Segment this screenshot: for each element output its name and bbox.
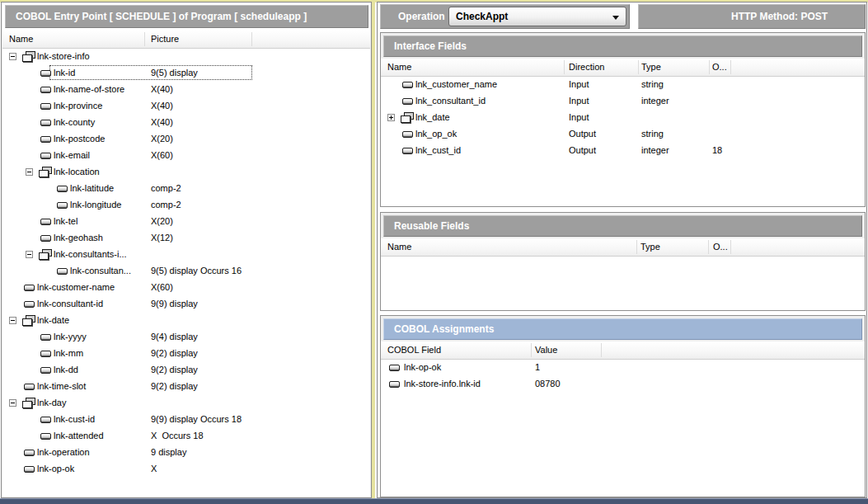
- table-row[interactable]: lnk-name-of-storeX(40): [2, 82, 370, 98]
- field-icon: [40, 87, 51, 93]
- field-name: lnk-location: [54, 167, 100, 177]
- column-divider[interactable]: [708, 240, 709, 254]
- column-divider[interactable]: [564, 60, 565, 74]
- collapse-minus-icon[interactable]: [9, 317, 16, 324]
- field-icon: [40, 219, 51, 225]
- field-icon: [40, 417, 51, 423]
- table-row[interactable]: lnk-date: [2, 313, 370, 329]
- field-icon: [40, 235, 51, 242]
- table-row[interactable]: lnk-consultant-id9(9) display: [2, 296, 370, 313]
- table-row[interactable]: lnk_customer_nameInputstring: [381, 77, 865, 93]
- group-field-icon: [39, 167, 52, 177]
- column-header-picture: Picture: [151, 34, 179, 44]
- field-picture: X: [151, 464, 157, 473]
- column-divider[interactable]: [636, 240, 637, 254]
- left-column-header-row: Name Picture: [2, 31, 370, 49]
- cobol-entry-point-panel: COBOL Entry Point [ SCHEDULE ] of Progra…: [1, 2, 372, 498]
- panel-divider: [372, 0, 375, 498]
- table-row[interactable]: lnk-mm9(2) display: [2, 346, 370, 362]
- field-picture: 9(4) display: [151, 332, 198, 341]
- table-row[interactable]: lnk-countyX(40): [2, 115, 370, 131]
- table-row[interactable]: lnk-op-ok1: [381, 360, 865, 376]
- table-row[interactable]: lnk-customer-nameX(60): [2, 280, 370, 296]
- interface-fields-title: Interface Fields: [383, 35, 862, 57]
- table-row[interactable]: lnk_dateInput: [381, 110, 865, 126]
- field-direction: Input: [569, 96, 589, 106]
- field-icon: [389, 365, 400, 371]
- field-picture: 9(9) display: [151, 299, 198, 309]
- operation-selected-value: CheckAppt: [456, 11, 508, 22]
- table-row[interactable]: lnk-postcodeX(20): [2, 131, 370, 148]
- table-row[interactable]: lnk-longitudecomp-2: [2, 197, 370, 214]
- group-field-icon: [401, 112, 414, 123]
- table-row[interactable]: lnk_op_okOutputstring: [381, 126, 865, 143]
- column-header-type: Type: [641, 62, 661, 72]
- table-row[interactable]: lnk-operation9 display: [2, 445, 370, 461]
- table-row[interactable]: lnk-consultants-i...: [2, 247, 370, 263]
- table-row[interactable]: lnk-provinceX(40): [2, 98, 370, 115]
- table-row[interactable]: lnk-time-slot9(2) display: [2, 379, 370, 395]
- cobol-assignments-section: COBOL Assignments COBOL Field Value lnk-…: [380, 315, 866, 497]
- field-name: lnk-consultants-i...: [54, 249, 127, 259]
- column-divider[interactable]: [531, 343, 532, 357]
- operation-select[interactable]: CheckAppt: [448, 7, 626, 26]
- field-icon: [40, 120, 51, 126]
- column-divider[interactable]: [251, 32, 252, 46]
- table-row[interactable]: lnk-telX(20): [2, 214, 370, 230]
- table-row[interactable]: lnk-emailX(60): [2, 148, 370, 164]
- table-row[interactable]: lnk-location: [2, 164, 370, 181]
- field-picture: X(40): [151, 101, 173, 111]
- field-name: lnk-mm: [54, 348, 83, 358]
- field-name: lnk-longitude: [70, 200, 121, 210]
- field-name: lnk-name-of-store: [54, 84, 124, 94]
- table-row[interactable]: lnk-day: [2, 395, 370, 412]
- field-picture: 9(2) display: [151, 365, 198, 374]
- column-divider[interactable]: [730, 240, 731, 254]
- column-divider[interactable]: [601, 343, 602, 357]
- cobol-entry-point-title: COBOL Entry Point [ SCHEDULE ] of Progra…: [5, 5, 368, 28]
- table-row[interactable]: lnk-dd9(2) display: [2, 362, 370, 379]
- field-picture: X(60): [151, 150, 173, 160]
- table-row[interactable]: lnk-op-okX: [2, 461, 370, 478]
- field-direction: Input: [569, 79, 589, 89]
- collapse-minus-icon[interactable]: [26, 251, 33, 258]
- field-name: lnk-postcode: [54, 134, 105, 144]
- column-header-name: Name: [9, 34, 33, 44]
- collapse-minus-icon[interactable]: [9, 53, 16, 60]
- cobol-assignments-body: lnk-op-ok1lnk-store-info.lnk-id08780: [381, 360, 865, 393]
- collapse-minus-icon[interactable]: [9, 399, 16, 407]
- field-icon: [57, 186, 68, 192]
- field-occurs: 18: [712, 145, 722, 155]
- field-picture: 9(9) display Occurs 18: [151, 414, 242, 424]
- table-row[interactable]: lnk-store-info.lnk-id08780: [381, 376, 865, 393]
- column-divider[interactable]: [144, 32, 145, 46]
- field-name: lnk-date: [37, 315, 69, 325]
- table-row[interactable]: lnk_cust_idOutputinteger18: [381, 143, 865, 159]
- reusable-fields-header-row: Name Type O...: [381, 238, 865, 257]
- column-header-cobol-field: COBOL Field: [387, 345, 441, 355]
- field-picture: 9(5) display: [151, 68, 198, 78]
- table-row[interactable]: lnk-geohashX(12): [2, 230, 370, 247]
- table-row[interactable]: lnk-id9(5) display: [2, 65, 370, 82]
- collapse-minus-icon[interactable]: [26, 168, 33, 176]
- table-row[interactable]: lnk_consultant_idInputinteger: [381, 93, 865, 110]
- field-picture: comp-2: [151, 183, 181, 193]
- table-row[interactable]: lnk-attendedX Occurs 18: [2, 428, 370, 445]
- expand-plus-icon[interactable]: [387, 114, 395, 121]
- field-picture: X(20): [151, 216, 173, 226]
- column-header-occurs: O...: [713, 242, 728, 252]
- table-row[interactable]: lnk-yyyy9(4) display: [2, 329, 370, 346]
- column-divider[interactable]: [730, 60, 731, 74]
- field-name: lnk_customer_name: [415, 79, 497, 89]
- column-divider[interactable]: [709, 60, 710, 74]
- table-row[interactable]: lnk-latitudecomp-2: [2, 181, 370, 197]
- field-name: lnk_consultant_id: [415, 96, 486, 106]
- table-row[interactable]: lnk-cust-id9(9) display Occurs 18: [2, 412, 370, 428]
- assignment-value: 08780: [535, 379, 561, 389]
- table-row[interactable]: lnk-store-info: [2, 49, 370, 65]
- field-name: lnk-id: [54, 68, 75, 78]
- table-row[interactable]: lnk-consultan...9(5) display Occurs 16: [2, 263, 370, 280]
- reusable-fields-title: Reusable Fields: [383, 215, 862, 237]
- field-name: lnk-county: [54, 117, 95, 127]
- column-divider[interactable]: [638, 60, 639, 74]
